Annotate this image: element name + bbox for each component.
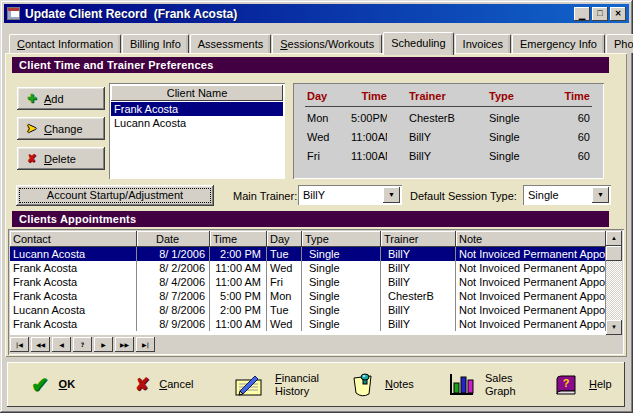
client-list-item[interactable]: Frank Acosta	[111, 102, 283, 116]
tab-scheduling[interactable]: Scheduling	[383, 32, 453, 55]
add-icon: ✚	[24, 92, 39, 105]
chevron-down-icon: ▼	[388, 191, 395, 198]
ok-button[interactable]: ✔ OK	[31, 362, 75, 407]
record-nav-button-4[interactable]: ▶	[94, 337, 113, 352]
schedule-row[interactable]: Fri11:00AMBillYSingle60	[293, 147, 604, 166]
appointments-col-header[interactable]: Time	[210, 231, 267, 247]
maximize-icon: □	[597, 8, 602, 18]
main-trainer-combobox[interactable]: BillY ▼	[298, 185, 402, 205]
change-button-label: Change	[44, 123, 83, 135]
appointment-row[interactable]: Frank Acosta8/ 4/200611:00 AMFriSingleBi…	[10, 275, 606, 289]
schedule-cell: Single	[483, 147, 561, 166]
appointment-cell: Not Invoiced Permanent Appoin	[456, 289, 606, 303]
appointment-row[interactable]: Frank Acosta8/ 2/200611:00 AMWedSingleBi…	[10, 261, 606, 275]
client-list-item[interactable]: Lucann Acosta	[111, 116, 283, 130]
schedule-row[interactable]: Mon5:00PMChesterBSingle60	[293, 109, 604, 128]
appointment-cell: Frank Acosta	[10, 289, 137, 303]
help-button[interactable]: ? Help	[553, 362, 612, 407]
delete-button[interactable]: ✘ Delete	[17, 147, 105, 170]
appointment-row[interactable]: Lucann Acosta8/ 8/20062:00 PMTueSingleBi…	[10, 303, 606, 317]
tab-contact-information[interactable]: Contact Information	[9, 34, 121, 53]
schedule-header-rule	[305, 106, 592, 107]
maximize-button[interactable]: □	[592, 7, 608, 21]
main-trainer-dropdown-button[interactable]: ▼	[383, 187, 400, 203]
schedule-grid-body: DayTimeTrainerTypeTimeMon5:00PMChesterBS…	[293, 87, 604, 166]
main-trainer-label: Main Trainer:	[233, 189, 297, 203]
notes-button[interactable]: Notes	[349, 362, 414, 407]
close-button[interactable]: ✕	[610, 7, 626, 21]
account-startup-adjustment-button[interactable]: Account Startup/Adjustment	[16, 185, 214, 206]
tab-emergency-info[interactable]: Emergency Info	[512, 34, 605, 53]
appointments-panel: ContactDateTimeDayTypeTrainerNote Lucann…	[8, 229, 624, 355]
cancel-button-label: Cancel	[159, 378, 193, 391]
change-button[interactable]: ➤ Change	[17, 117, 105, 140]
appointment-row[interactable]: Lucann Acosta8/ 1/20062:00 PMTueSingleBi…	[10, 247, 606, 261]
record-nav-button-1[interactable]: ◀◀	[31, 337, 50, 352]
record-nav-button-3[interactable]: ?	[73, 337, 92, 352]
appointment-cell: Mon	[267, 289, 302, 303]
add-button[interactable]: ✚ Add	[17, 87, 105, 110]
schedule-cell: 60	[561, 128, 604, 147]
appointments-col-header[interactable]: Day	[267, 231, 302, 247]
appointment-cell: Single	[302, 289, 381, 303]
schedule-cell: Fri	[293, 147, 351, 166]
appointment-cell: BillY	[381, 275, 456, 289]
record-nav-button-2[interactable]: ◀	[52, 337, 71, 352]
default-session-type-combobox[interactable]: Single ▼	[523, 185, 611, 205]
appointment-cell: 8/ 9/2006	[137, 317, 210, 331]
minimize-button[interactable]: ▁	[574, 7, 590, 21]
session-type-dropdown-button[interactable]: ▼	[592, 187, 609, 203]
record-nav-button-6[interactable]: ▶|	[136, 337, 155, 352]
appointment-cell: BillY	[381, 247, 456, 261]
appointment-cell: Single	[302, 317, 381, 331]
record-nav-button-5[interactable]: ▶▶	[115, 337, 134, 352]
trainer-preferences-grid: DayTimeTrainerTypeTimeMon5:00PMChesterBS…	[293, 83, 604, 179]
appointments-col-header[interactable]: Type	[302, 231, 381, 247]
schedule-cell: 11:00AM	[351, 147, 387, 166]
appointments-vertical-scrollbar[interactable]: ▲ ▼	[606, 231, 622, 335]
appointment-cell: Single	[302, 247, 381, 261]
appointments-col-header[interactable]: Note	[456, 231, 606, 247]
schedule-row[interactable]: Wed11:00AMBillYSingle60	[293, 128, 604, 147]
financial-history-check-pencil-icon	[235, 373, 265, 397]
scroll-down-button[interactable]: ▼	[606, 320, 622, 335]
appointment-row[interactable]: Frank Acosta8/ 7/20065:00 PMMonSingleChe…	[10, 289, 606, 303]
help-button-label: Help	[589, 378, 612, 391]
tab-label: Sessions/Workouts	[280, 38, 374, 50]
tab-sessions-workouts[interactable]: Sessions/Workouts	[272, 34, 382, 53]
tab-photos[interactable]: Photos	[606, 34, 633, 53]
financial-history-button[interactable]: Financial History	[235, 362, 331, 407]
tab-invoices[interactable]: Invoices	[455, 34, 511, 53]
appointments-col-header[interactable]: Trainer	[381, 231, 456, 247]
tab-billing-info[interactable]: Billing Info	[122, 34, 189, 53]
appointments-col-header[interactable]: Date	[137, 231, 210, 247]
cancel-button[interactable]: ✘ Cancel	[135, 362, 194, 407]
appointment-cell: 11:00 AM	[210, 261, 267, 275]
record-nav-button-0[interactable]: |◀	[10, 337, 29, 352]
client-name-column-header: Client Name	[111, 85, 283, 101]
appointments-col-label: Trainer	[384, 233, 418, 245]
financial-history-label: Financial History	[275, 372, 331, 398]
sales-graph-button[interactable]: Sales Graph	[447, 362, 525, 407]
appointment-row[interactable]: Frank Acosta8/ 9/200611:00 AMWedSingleBi…	[10, 317, 606, 331]
schedule-col-header: Day	[293, 87, 351, 106]
schedule-cell: BillY	[387, 147, 483, 166]
appointments-col-label: Date	[140, 233, 179, 245]
scroll-down-icon: ▼	[611, 324, 617, 330]
scrollbar-thumb[interactable]	[606, 246, 622, 261]
record-nav: |◀◀◀◀?▶▶▶▶|	[10, 337, 155, 352]
window-controls: ▁ □ ✕	[572, 7, 626, 21]
appointment-cell: 8/ 8/2006	[137, 303, 210, 317]
schedule-cell: Mon	[293, 109, 351, 128]
close-icon: ✕	[615, 9, 622, 18]
appointments-col-header[interactable]: Contact	[10, 231, 137, 247]
schedule-cell: 60	[561, 109, 604, 128]
bar-chart-icon	[447, 372, 475, 398]
tab-assessments[interactable]: Assessments	[190, 34, 271, 53]
scroll-up-button[interactable]: ▲	[606, 231, 622, 246]
scheduling-tab-page: Client Time and Trainer Preferences ✚ Ad…	[5, 53, 627, 357]
appointment-cell: 8/ 1/2006	[137, 247, 210, 261]
appointment-cell: Not Invoiced Permanent Appoin	[456, 317, 606, 331]
delete-icon: ✘	[24, 152, 39, 165]
titlebar[interactable]: Update Client Record (Frank Acosta) ▁ □ …	[4, 4, 629, 23]
